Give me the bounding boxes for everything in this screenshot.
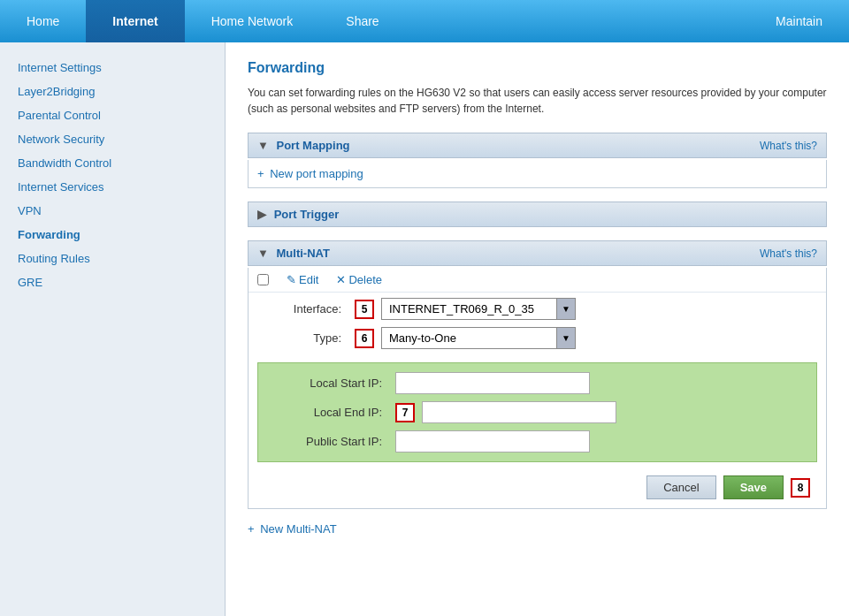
sidebar-item-routing-rules[interactable]: Routing Rules xyxy=(0,247,225,270)
port-mapping-title[interactable]: ▼ Port Mapping xyxy=(257,139,350,152)
step7-badge: 7 xyxy=(395,403,415,422)
public-start-ip-label: Public Start IP: xyxy=(272,435,395,448)
page-title: Forwarding xyxy=(248,60,827,76)
interface-select[interactable]: INTERNET_TR069_R_0_35 xyxy=(381,298,576,320)
save-button[interactable]: Save xyxy=(723,475,784,499)
sidebar-item-vpn[interactable]: VPN xyxy=(0,199,225,223)
local-start-ip-control xyxy=(395,372,803,394)
delete-label: Delete xyxy=(348,273,382,286)
type-label: Type: xyxy=(257,331,355,345)
new-port-mapping-link[interactable]: + New port mapping xyxy=(257,167,363,180)
interface-control: 5 INTERNET_TR069_R_0_35 ▼ xyxy=(355,298,817,320)
public-start-ip-input[interactable] xyxy=(395,430,590,452)
sidebar-item-layer2bridging[interactable]: Layer2Bridging xyxy=(0,80,225,103)
edit-label: Edit xyxy=(299,273,318,286)
page-description: You can set forwarding rules on the HG63… xyxy=(248,85,827,117)
public-start-ip-control xyxy=(395,430,803,452)
local-start-ip-input[interactable] xyxy=(395,372,590,394)
nav-share[interactable]: Share xyxy=(319,0,405,42)
nav-home-network[interactable]: Home Network xyxy=(185,0,320,42)
port-mapping-content: + New port mapping xyxy=(248,160,827,188)
interface-select-wrapper: INTERNET_TR069_R_0_35 ▼ xyxy=(381,298,576,320)
public-start-ip-row: Public Start IP: xyxy=(272,430,803,452)
multi-nat-label: Multi-NAT xyxy=(277,247,330,260)
step6-badge: 6 xyxy=(355,329,374,348)
port-mapping-section-header: ▼ Port Mapping What's this? xyxy=(248,133,827,158)
cancel-button[interactable]: Cancel xyxy=(646,475,715,499)
edit-button[interactable]: ✎ Edit xyxy=(287,273,318,286)
port-mapping-arrow: ▼ xyxy=(257,139,269,152)
sidebar-item-forwarding[interactable]: Forwarding xyxy=(0,223,225,247)
step5-badge: 5 xyxy=(355,300,374,319)
nav-internet[interactable]: Internet xyxy=(86,0,184,42)
port-trigger-section-header: ▶ Port Trigger xyxy=(248,202,827,227)
multi-nat-section-header: ▼ Multi-NAT What's this? xyxy=(248,240,827,266)
local-end-ip-label-text: Local End IP: xyxy=(314,406,382,419)
local-start-ip-label: Local Start IP: xyxy=(272,376,395,390)
type-select[interactable]: Many-to-One xyxy=(381,327,576,349)
local-start-ip-row: Local Start IP: xyxy=(272,372,803,394)
sidebar: Internet Settings Layer2Bridging Parenta… xyxy=(0,42,226,616)
interface-area: Interface: 5 INTERNET_TR069_R_0_35 ▼ Typ… xyxy=(249,293,826,358)
nav-maintain[interactable]: Maintain xyxy=(749,0,849,42)
new-multi-nat-plus-icon: + xyxy=(248,522,255,536)
new-multi-nat-link[interactable]: + New Multi-NAT xyxy=(248,522,337,536)
delete-button[interactable]: ✕ Delete xyxy=(336,273,382,286)
top-navigation: Home Internet Home Network Share Maintai… xyxy=(0,0,849,42)
delete-icon: ✕ xyxy=(336,273,346,286)
local-end-ip-row: Local End IP: 7 xyxy=(272,401,803,423)
step8-badge: 8 xyxy=(791,478,810,498)
port-trigger-title[interactable]: ▶ Port Trigger xyxy=(257,208,339,221)
plus-icon: + xyxy=(257,167,264,180)
port-trigger-label: Port Trigger xyxy=(274,208,340,221)
sidebar-item-internet-settings[interactable]: Internet Settings xyxy=(0,56,225,80)
local-end-ip-input[interactable] xyxy=(422,401,616,423)
nat-form-area: Local Start IP: Local End IP: 7 xyxy=(257,362,817,462)
multi-nat-checkbox[interactable] xyxy=(257,274,269,285)
interface-row: Interface: 5 INTERNET_TR069_R_0_35 ▼ xyxy=(257,298,817,320)
multi-nat-toolbar: ✎ Edit ✕ Delete xyxy=(249,268,826,293)
nav-home[interactable]: Home xyxy=(0,0,86,42)
sidebar-item-parental-control[interactable]: Parental Control xyxy=(0,103,225,127)
interface-label: Interface: xyxy=(257,302,355,316)
new-multi-nat-label: New Multi-NAT xyxy=(260,522,336,536)
local-end-ip-label: Local End IP: xyxy=(272,406,395,419)
port-mapping-whats-this[interactable]: What's this? xyxy=(760,140,817,152)
sidebar-item-bandwidth-control[interactable]: Bandwidth Control xyxy=(0,151,225,175)
port-trigger-arrow: ▶ xyxy=(257,208,266,221)
type-control: 6 Many-to-One ▼ xyxy=(355,327,817,349)
local-end-ip-control: 7 xyxy=(395,401,803,423)
sidebar-item-gre[interactable]: GRE xyxy=(0,270,225,294)
multi-nat-whats-this[interactable]: What's this? xyxy=(760,247,817,260)
main-content: Forwarding You can set forwarding rules … xyxy=(226,42,849,616)
port-mapping-label: Port Mapping xyxy=(277,139,350,152)
multi-nat-title[interactable]: ▼ Multi-NAT xyxy=(257,247,330,260)
type-select-wrapper: Many-to-One ▼ xyxy=(381,327,576,349)
type-row: Type: 6 Many-to-One ▼ xyxy=(257,327,817,349)
sidebar-item-internet-services[interactable]: Internet Services xyxy=(0,175,225,199)
sidebar-item-network-security[interactable]: Network Security xyxy=(0,127,225,151)
new-port-mapping-label: New port mapping xyxy=(270,167,363,180)
main-layout: Internet Settings Layer2Bridging Parenta… xyxy=(0,42,849,616)
multi-nat-arrow: ▼ xyxy=(257,247,269,260)
edit-icon: ✎ xyxy=(287,273,296,286)
multi-nat-content: ✎ Edit ✕ Delete Interface: 5 INTERN xyxy=(248,268,827,509)
button-row: Cancel Save 8 xyxy=(249,471,826,508)
